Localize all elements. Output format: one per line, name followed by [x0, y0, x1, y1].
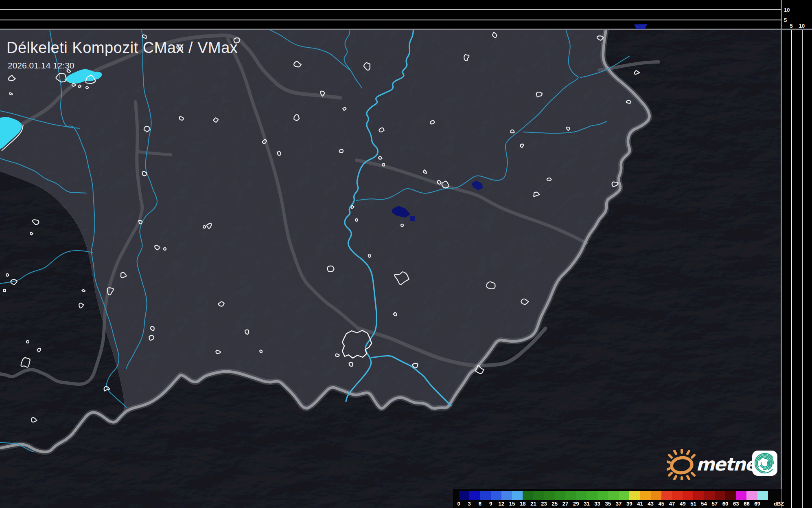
colorbar-tick: 15 — [509, 501, 515, 507]
colorbar-tick: 37 — [616, 501, 622, 507]
colorbar-tick: 51 — [690, 501, 696, 507]
colorbar-cell — [469, 491, 480, 500]
colorbar-cell — [587, 491, 597, 500]
colorbar-tick: 23 — [541, 501, 547, 507]
colorbar-tick: 63 — [733, 501, 739, 507]
colorbar-tick: 54 — [701, 501, 707, 507]
radar-echo — [410, 216, 415, 221]
map-layer — [0, 23, 781, 508]
colorbar-cell — [512, 491, 523, 500]
colorbar-tick: 12 — [499, 501, 504, 507]
radar-composite-map: 10 5 5 10 — [0, 0, 812, 508]
colorbar-cell — [491, 491, 501, 500]
colorbar-unit-label: dBZ — [774, 501, 784, 507]
colorbar-tick: 69 — [754, 501, 760, 507]
colorbar-tick: 9 — [489, 501, 492, 507]
colorbar-tick: 21 — [530, 501, 536, 507]
metnet-app-icon[interactable] — [752, 451, 777, 476]
colorbar-tick: 41 — [637, 501, 643, 507]
right-panel-tick-10: 10 — [799, 23, 805, 29]
colorbar-tick: 35 — [605, 501, 611, 507]
page-title: Délkeleti Kompozit CMax / VMax — [7, 39, 238, 57]
colorbar-cell — [501, 491, 512, 500]
colorbar-tick: 0 — [457, 501, 460, 507]
colorbar-tick: 25 — [552, 501, 558, 507]
colorbar-tick: 57 — [712, 501, 718, 507]
top-panel-tick-5: 5 — [784, 17, 787, 23]
colorbar-cell — [693, 491, 704, 500]
colorbar-cell — [608, 491, 619, 500]
colorbar-cell — [459, 491, 469, 500]
colorbar-tick: 47 — [669, 501, 675, 507]
colorbar-tick: 45 — [659, 501, 664, 507]
colorbar-cell — [672, 491, 683, 500]
colorbar-cell — [619, 491, 629, 500]
colorbar-cell — [736, 491, 746, 500]
colorbar-cell — [555, 491, 565, 500]
colorbar-cell — [629, 491, 640, 500]
colorbar-cell — [533, 491, 544, 500]
colorbar-cell — [715, 491, 725, 500]
colorbar-cell — [598, 491, 608, 500]
colorbar-tick: 43 — [648, 501, 653, 507]
right-cross-section-panel — [781, 0, 812, 508]
colorbar-tick: 39 — [626, 501, 632, 507]
colorbar-tick: 31 — [584, 501, 589, 507]
right-panel-tick-5: 5 — [790, 23, 792, 29]
colorbar-cell — [480, 491, 490, 500]
colorbar-cell — [746, 491, 757, 500]
colorbar-cell — [523, 491, 533, 500]
colorbar-cell — [757, 491, 768, 500]
metnet-logo[interactable]: metnet — [667, 449, 783, 480]
colorbar-cell — [704, 491, 715, 500]
top-panel-tick-10: 10 — [784, 7, 790, 13]
colorbar-tick: 27 — [562, 501, 568, 507]
dbz-colorbar: dBZ 036912151821232527293133353739414345… — [453, 489, 781, 508]
colorbar-cell — [725, 491, 736, 500]
colorbar-tick: 66 — [744, 501, 749, 507]
colorbar-tick: 49 — [680, 501, 685, 507]
sun-icon — [667, 449, 696, 480]
colorbar-tick: 60 — [722, 501, 728, 507]
colorbar-tick: 3 — [468, 501, 471, 507]
colorbar-cell — [576, 491, 587, 500]
colorbar-cell — [640, 491, 650, 500]
colorbar-tick: 18 — [520, 501, 525, 507]
timestamp: 2026.01.14 12:30 — [8, 61, 74, 70]
colorbar-cell — [683, 491, 693, 500]
colorbar-cell — [565, 491, 576, 500]
colorbar-tick: 33 — [594, 501, 600, 507]
colorbar-cell — [661, 491, 672, 500]
colorbar-tick: 29 — [573, 501, 579, 507]
colorbar-tick: 6 — [479, 501, 482, 507]
colorbar-cell — [651, 491, 661, 500]
top-cross-section-panel — [0, 0, 812, 30]
spiral-icon — [752, 451, 777, 476]
colorbar-cell — [544, 491, 555, 500]
